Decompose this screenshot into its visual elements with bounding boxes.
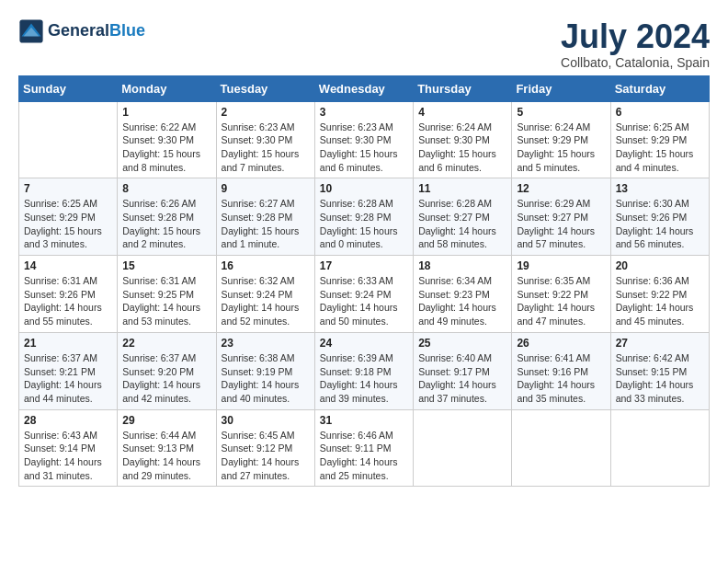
day-number: 29: [122, 414, 210, 427]
day-info: Sunrise: 6:23 AM Sunset: 9:30 PM Dayligh…: [320, 121, 408, 175]
day-info: Sunrise: 6:35 AM Sunset: 9:22 PM Dayligh…: [517, 274, 605, 328]
day-info: Sunrise: 6:43 AM Sunset: 9:14 PM Dayligh…: [24, 429, 112, 483]
day-number: 4: [418, 106, 506, 119]
day-info: Sunrise: 6:38 AM Sunset: 9:19 PM Dayligh…: [222, 351, 310, 406]
day-cell: [512, 409, 610, 487]
day-info: Sunrise: 6:30 AM Sunset: 9:26 PM Dayligh…: [616, 197, 704, 251]
day-of-week-wednesday: Wednesday: [314, 75, 413, 101]
day-cell: 15Sunrise: 6:31 AM Sunset: 9:25 PM Dayli…: [118, 256, 216, 333]
day-number: 11: [418, 182, 506, 195]
day-info: Sunrise: 6:29 AM Sunset: 9:27 PM Dayligh…: [517, 197, 605, 251]
day-info: Sunrise: 6:23 AM Sunset: 9:30 PM Dayligh…: [222, 121, 310, 175]
day-info: Sunrise: 6:41 AM Sunset: 9:16 PM Dayligh…: [517, 351, 605, 406]
day-number: 16: [222, 259, 310, 272]
day-info: Sunrise: 6:22 AM Sunset: 9:30 PM Dayligh…: [122, 121, 210, 175]
day-cell: 2Sunrise: 6:23 AM Sunset: 9:30 PM Daylig…: [216, 101, 314, 178]
week-row-1: 7Sunrise: 6:25 AM Sunset: 9:29 PM Daylig…: [19, 178, 710, 256]
day-info: Sunrise: 6:26 AM Sunset: 9:28 PM Dayligh…: [122, 197, 210, 251]
day-cell: 13Sunrise: 6:30 AM Sunset: 9:26 PM Dayli…: [610, 178, 709, 256]
week-row-0: 1Sunrise: 6:22 AM Sunset: 9:30 PM Daylig…: [19, 101, 710, 178]
day-info: Sunrise: 6:42 AM Sunset: 9:15 PM Dayligh…: [616, 351, 704, 406]
day-of-week-thursday: Thursday: [414, 75, 512, 101]
day-number: 19: [517, 259, 605, 272]
day-info: Sunrise: 6:32 AM Sunset: 9:24 PM Dayligh…: [222, 274, 310, 328]
day-cell: 22Sunrise: 6:37 AM Sunset: 9:20 PM Dayli…: [118, 332, 216, 409]
day-cell: 9Sunrise: 6:27 AM Sunset: 9:28 PM Daylig…: [216, 178, 314, 256]
day-number: 21: [24, 337, 112, 350]
day-number: 7: [24, 182, 112, 195]
day-cell: 6Sunrise: 6:25 AM Sunset: 9:29 PM Daylig…: [610, 101, 709, 178]
day-cell: 17Sunrise: 6:33 AM Sunset: 9:24 PM Dayli…: [314, 256, 413, 333]
day-cell: 7Sunrise: 6:25 AM Sunset: 9:29 PM Daylig…: [19, 178, 118, 256]
day-of-week-friday: Friday: [512, 75, 610, 101]
day-cell: 4Sunrise: 6:24 AM Sunset: 9:30 PM Daylig…: [414, 101, 512, 178]
day-cell: 23Sunrise: 6:38 AM Sunset: 9:19 PM Dayli…: [216, 332, 314, 409]
day-cell: 30Sunrise: 6:45 AM Sunset: 9:12 PM Dayli…: [216, 409, 314, 487]
day-cell: [610, 409, 709, 487]
days-of-week-row: SundayMondayTuesdayWednesdayThursdayFrid…: [19, 75, 710, 101]
day-info: Sunrise: 6:34 AM Sunset: 9:23 PM Dayligh…: [418, 274, 506, 328]
day-info: Sunrise: 6:24 AM Sunset: 9:30 PM Dayligh…: [418, 121, 506, 175]
day-number: 3: [320, 106, 408, 119]
day-cell: 21Sunrise: 6:37 AM Sunset: 9:21 PM Dayli…: [19, 332, 118, 409]
day-info: Sunrise: 6:28 AM Sunset: 9:27 PM Dayligh…: [418, 197, 506, 251]
logo: GeneralBlue: [18, 18, 145, 44]
day-number: 15: [122, 259, 210, 272]
day-number: 8: [122, 182, 210, 195]
day-number: 5: [517, 106, 605, 119]
day-info: Sunrise: 6:25 AM Sunset: 9:29 PM Dayligh…: [24, 197, 112, 251]
day-cell: 19Sunrise: 6:35 AM Sunset: 9:22 PM Dayli…: [512, 256, 610, 333]
week-row-2: 14Sunrise: 6:31 AM Sunset: 9:26 PM Dayli…: [19, 256, 710, 333]
day-of-week-sunday: Sunday: [19, 75, 118, 101]
day-info: Sunrise: 6:39 AM Sunset: 9:18 PM Dayligh…: [320, 351, 408, 406]
day-cell: 24Sunrise: 6:39 AM Sunset: 9:18 PM Dayli…: [314, 332, 413, 409]
day-of-week-tuesday: Tuesday: [216, 75, 314, 101]
day-number: 26: [517, 337, 605, 350]
day-cell: 3Sunrise: 6:23 AM Sunset: 9:30 PM Daylig…: [314, 101, 413, 178]
day-cell: 27Sunrise: 6:42 AM Sunset: 9:15 PM Dayli…: [610, 332, 709, 409]
page-header: GeneralBlue July 2024 Collbato, Cataloni…: [18, 18, 710, 70]
day-info: Sunrise: 6:25 AM Sunset: 9:29 PM Dayligh…: [616, 121, 704, 175]
day-number: 1: [122, 106, 210, 119]
day-number: 31: [320, 414, 408, 427]
day-cell: [19, 101, 118, 178]
day-cell: [414, 409, 512, 487]
day-cell: 26Sunrise: 6:41 AM Sunset: 9:16 PM Dayli…: [512, 332, 610, 409]
location: Collbato, Catalonia, Spain: [561, 55, 710, 70]
week-row-3: 21Sunrise: 6:37 AM Sunset: 9:21 PM Dayli…: [19, 332, 710, 409]
day-cell: 31Sunrise: 6:46 AM Sunset: 9:11 PM Dayli…: [314, 409, 413, 487]
day-info: Sunrise: 6:45 AM Sunset: 9:12 PM Dayligh…: [222, 429, 310, 483]
day-info: Sunrise: 6:44 AM Sunset: 9:13 PM Dayligh…: [122, 429, 210, 483]
day-number: 2: [222, 106, 310, 119]
day-info: Sunrise: 6:37 AM Sunset: 9:20 PM Dayligh…: [122, 351, 210, 406]
day-cell: 10Sunrise: 6:28 AM Sunset: 9:28 PM Dayli…: [314, 178, 413, 256]
day-cell: 20Sunrise: 6:36 AM Sunset: 9:22 PM Dayli…: [610, 256, 709, 333]
day-info: Sunrise: 6:27 AM Sunset: 9:28 PM Dayligh…: [222, 197, 310, 251]
day-number: 13: [616, 182, 704, 195]
day-number: 28: [24, 414, 112, 427]
day-info: Sunrise: 6:31 AM Sunset: 9:26 PM Dayligh…: [24, 274, 112, 328]
day-of-week-monday: Monday: [118, 75, 216, 101]
day-cell: 18Sunrise: 6:34 AM Sunset: 9:23 PM Dayli…: [414, 256, 512, 333]
day-cell: 25Sunrise: 6:40 AM Sunset: 9:17 PM Dayli…: [414, 332, 512, 409]
day-number: 10: [320, 182, 408, 195]
day-info: Sunrise: 6:36 AM Sunset: 9:22 PM Dayligh…: [616, 274, 704, 328]
day-cell: 1Sunrise: 6:22 AM Sunset: 9:30 PM Daylig…: [118, 101, 216, 178]
day-number: 12: [517, 182, 605, 195]
day-cell: 8Sunrise: 6:26 AM Sunset: 9:28 PM Daylig…: [118, 178, 216, 256]
day-cell: 28Sunrise: 6:43 AM Sunset: 9:14 PM Dayli…: [19, 409, 118, 487]
calendar-body: 1Sunrise: 6:22 AM Sunset: 9:30 PM Daylig…: [19, 101, 710, 487]
day-cell: 14Sunrise: 6:31 AM Sunset: 9:26 PM Dayli…: [19, 256, 118, 333]
day-info: Sunrise: 6:24 AM Sunset: 9:29 PM Dayligh…: [517, 121, 605, 175]
day-number: 25: [418, 337, 506, 350]
title-block: July 2024 Collbato, Catalonia, Spain: [561, 18, 710, 70]
logo-icon: [18, 18, 44, 44]
day-of-week-saturday: Saturday: [610, 75, 709, 101]
day-cell: 5Sunrise: 6:24 AM Sunset: 9:29 PM Daylig…: [512, 101, 610, 178]
day-number: 9: [222, 182, 310, 195]
day-number: 6: [616, 106, 704, 119]
day-number: 24: [320, 337, 408, 350]
logo-text: GeneralBlue: [48, 22, 145, 40]
day-number: 18: [418, 259, 506, 272]
day-info: Sunrise: 6:46 AM Sunset: 9:11 PM Dayligh…: [320, 429, 408, 483]
